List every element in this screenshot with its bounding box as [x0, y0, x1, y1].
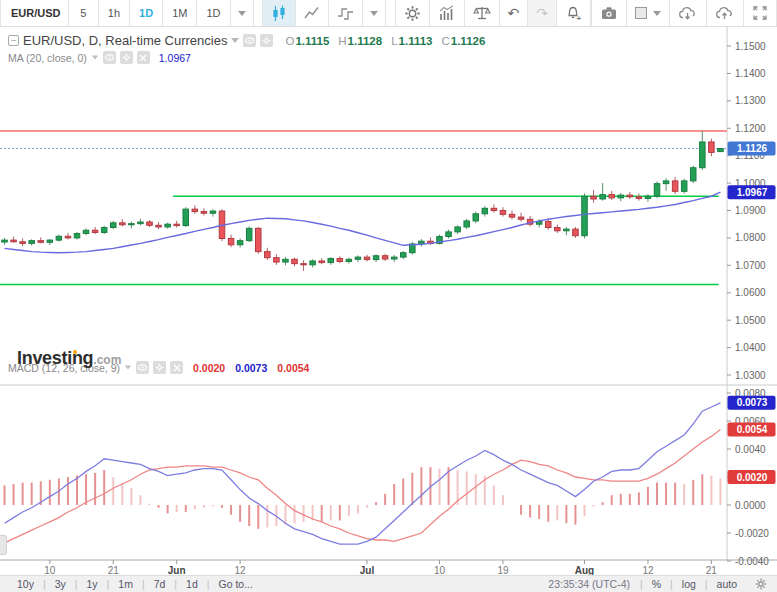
- range-button-7d[interactable]: 7d: [145, 578, 175, 590]
- candle: [74, 232, 80, 240]
- timeframe-button-1d-4[interactable]: 1D: [197, 0, 230, 26]
- candle: [473, 212, 479, 224]
- fullscreen-icon: [752, 5, 768, 21]
- range-button-3y[interactable]: 3y: [46, 578, 75, 590]
- chevron-down-icon[interactable]: [125, 366, 131, 370]
- price-axis-label: 1.0600: [735, 287, 766, 298]
- timeframe-button-1m-3[interactable]: 1M: [163, 0, 197, 26]
- svg-text:0.0020: 0.0020: [737, 472, 768, 483]
- save-chart-button[interactable]: [707, 0, 744, 26]
- cloud-upload-icon: [715, 5, 735, 21]
- timeframe-button-1h-1[interactable]: 1h: [99, 0, 130, 26]
- chevron-down-icon: [370, 11, 378, 16]
- ma-visibility-button[interactable]: [103, 51, 116, 64]
- range-button-1m[interactable]: 1m: [109, 578, 142, 590]
- bottom-right-group: 23:35:34 (UTC-4) | % | log | auto: [538, 578, 769, 590]
- timeframe-dropdown[interactable]: [231, 0, 254, 26]
- chart-style-dropdown[interactable]: [363, 0, 386, 26]
- chart-canvas[interactable]: 1.15001.14001.13001.12001.11001.10001.09…: [0, 27, 777, 575]
- price-axis-label: 1.1400: [735, 68, 766, 79]
- gear-icon: [262, 36, 271, 45]
- macd-axis-label: 0.0040: [735, 444, 766, 455]
- hist-value-badge: 0.0020: [728, 470, 776, 484]
- load-chart-button[interactable]: [670, 0, 707, 26]
- candle: [410, 242, 416, 255]
- axis-settings-button[interactable]: [746, 578, 769, 590]
- collapse-pane-icon[interactable]: –: [8, 35, 19, 46]
- goto-button[interactable]: Go to...: [210, 578, 262, 590]
- macd-values: 0.0020 0.0073 0.0054: [193, 362, 309, 374]
- line-chart-icon: [304, 5, 320, 21]
- ma-settings-button[interactable]: [120, 51, 133, 64]
- bottom-bar: 10y|3y|1y|1m|7d|1d | Go to... 23:35:34 (…: [0, 575, 777, 592]
- line-chart-button[interactable]: [296, 0, 329, 26]
- log-scale-button[interactable]: log: [673, 578, 705, 590]
- chevron-down-icon[interactable]: [231, 38, 239, 43]
- snapshot-button[interactable]: [591, 0, 627, 26]
- redo-button[interactable]: ↷: [528, 0, 557, 26]
- close-icon: [139, 54, 147, 62]
- candlestick-chart-icon: [271, 5, 287, 22]
- settings-button[interactable]: [395, 0, 430, 26]
- eye-icon: [138, 363, 147, 372]
- range-button-1d[interactable]: 1d: [177, 578, 207, 590]
- macd-hist-value: 0.0020: [193, 362, 225, 374]
- high-value: 1.1128: [348, 35, 383, 47]
- add-alert-button[interactable]: +: [557, 0, 591, 26]
- candle: [718, 148, 724, 152]
- indicators-button[interactable]: [430, 0, 465, 26]
- undo-button[interactable]: ↶: [500, 0, 529, 26]
- background-swatch-dropdown[interactable]: [627, 0, 670, 26]
- macd-remove-button[interactable]: [170, 361, 183, 374]
- step-chart-button[interactable]: [329, 0, 363, 26]
- compare-button[interactable]: [465, 0, 500, 26]
- open-value: 1.1115: [295, 35, 329, 47]
- symbol-button[interactable]: EUR/USD: [0, 0, 69, 26]
- timeframe-button-5-0[interactable]: 5: [69, 0, 99, 26]
- time-axis-label: 12: [235, 565, 247, 576]
- macd-value-badge: 0.0073: [728, 396, 776, 410]
- fullscreen-button[interactable]: [744, 0, 777, 26]
- range-button-10y[interactable]: 10y: [8, 578, 43, 590]
- time-axis-label: 10: [434, 565, 446, 576]
- logo-dot: [73, 350, 77, 354]
- chart-area: 1.15001.14001.13001.12001.11001.10001.09…: [0, 27, 777, 575]
- drawing-toolbar-toggle[interactable]: [0, 535, 7, 555]
- settings-gear-icon: [404, 5, 421, 22]
- ma-remove-button[interactable]: [137, 51, 150, 64]
- time-axis-label: Jun: [168, 565, 186, 576]
- price-axis-label: 1.1200: [735, 123, 766, 134]
- price-axis-label: 1.0900: [735, 205, 766, 216]
- clock-time: 23:35:34 (UTC-4): [538, 578, 640, 590]
- step-chart-icon: [337, 5, 354, 21]
- svg-text:0.0054: 0.0054: [737, 424, 768, 435]
- top-toolbar: EUR/USD 51h1D1M1D: [0, 0, 777, 27]
- timeframe-group: 51h1D1M1D: [69, 0, 231, 26]
- close-icon: [173, 364, 181, 372]
- macd-axis-label: -0.0020: [735, 528, 769, 539]
- svg-text:1.0967: 1.0967: [737, 187, 768, 198]
- time-axis-label: 21: [108, 565, 120, 576]
- time-axis-label: 21: [706, 565, 718, 576]
- auto-scale-button[interactable]: auto: [708, 578, 746, 590]
- percent-scale-button[interactable]: %: [643, 578, 670, 590]
- time-axis-label: Aug: [575, 565, 594, 576]
- series-settings-button[interactable]: [260, 34, 273, 47]
- cloud-download-icon: [678, 5, 698, 21]
- series-visibility-button[interactable]: [243, 34, 256, 47]
- time-axis-label: 12: [642, 565, 654, 576]
- range-button-1y[interactable]: 1y: [78, 578, 107, 590]
- candlestick-chart-button[interactable]: [262, 0, 296, 26]
- chevron-down-icon[interactable]: [92, 56, 98, 60]
- close-value: 1.1126: [451, 35, 486, 47]
- time-axis-label: Jul: [360, 565, 375, 576]
- series-title: EUR/USD, D, Real-time Currencies: [23, 33, 227, 48]
- range-group: 10y|3y|1y|1m|7d|1d: [8, 578, 207, 590]
- watermark-text: Investing: [17, 348, 93, 368]
- macd-visibility-button[interactable]: [136, 361, 149, 374]
- timeframe-button-1d-2[interactable]: 1D: [130, 0, 163, 26]
- svg-text:0.0073: 0.0073: [737, 397, 768, 408]
- macd-settings-button[interactable]: [153, 361, 166, 374]
- ohlc-values: O1.1115 H1.1128 L1.1113 C1.1126: [285, 35, 485, 47]
- investing-watermark: Investing.com: [17, 348, 121, 369]
